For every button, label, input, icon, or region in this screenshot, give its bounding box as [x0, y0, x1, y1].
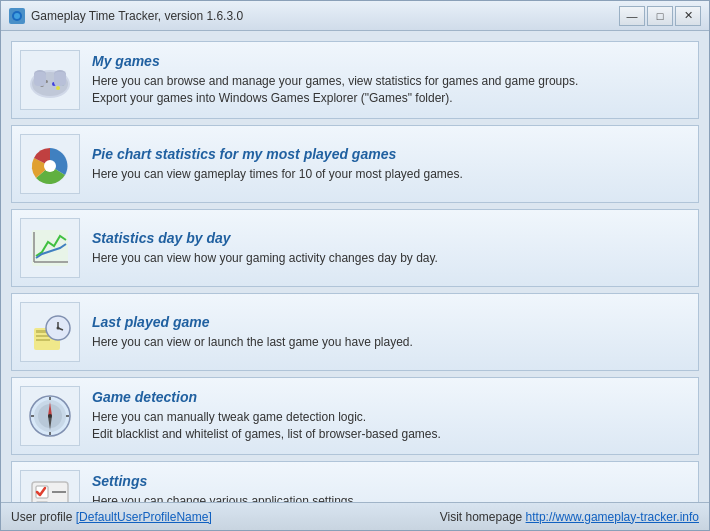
user-profile-label: User profile [11, 510, 72, 524]
stats-day-text: Statistics day by day Here you can view … [92, 230, 690, 267]
my-games-title: My games [92, 53, 690, 69]
svg-point-26 [57, 327, 60, 330]
my-games-text: My games Here you can browse and manage … [92, 53, 690, 107]
pie-chart-text: Pie chart statistics for my most played … [92, 146, 690, 183]
menu-item-last-played[interactable]: Last played game Here you can view or la… [11, 293, 699, 371]
game-detection-text: Game detection Here you can manually twe… [92, 389, 690, 443]
menu-item-pie-chart[interactable]: Pie chart statistics for my most played … [11, 125, 699, 203]
maximize-button[interactable]: □ [647, 6, 673, 26]
main-window: Gameplay Time Tracker, version 1.6.3.0 —… [0, 0, 710, 531]
title-bar: Gameplay Time Tracker, version 1.6.3.0 —… [1, 1, 709, 31]
my-games-desc: Here you can browse and manage your game… [92, 73, 690, 107]
main-content: My games Here you can browse and manage … [1, 31, 709, 502]
last-played-text: Last played game Here you can view or la… [92, 314, 690, 351]
clock-icon [26, 308, 74, 356]
my-games-icon-box [20, 50, 80, 110]
svg-rect-13 [54, 72, 66, 86]
svg-rect-12 [34, 72, 46, 86]
gamepad-icon [26, 56, 74, 104]
status-left: User profile [DefaultUserProfileName] [11, 510, 440, 524]
stats-day-desc: Here you can view how your gaming activi… [92, 250, 690, 267]
homepage-url[interactable]: http://www.gameplay-tracker.info [526, 510, 699, 524]
settings-text: Settings Here you can change various app… [92, 473, 690, 502]
settings-desc: Here you can change various application … [92, 493, 690, 502]
stats-day-title: Statistics day by day [92, 230, 690, 246]
last-played-title: Last played game [92, 314, 690, 330]
svg-point-15 [44, 160, 56, 172]
menu-item-stats-day[interactable]: Statistics day by day Here you can view … [11, 209, 699, 287]
game-detection-title: Game detection [92, 389, 690, 405]
app-icon [9, 8, 25, 24]
game-detection-desc: Here you can manually tweak game detecti… [92, 409, 690, 443]
menu-item-game-detection[interactable]: Game detection Here you can manually twe… [11, 377, 699, 455]
pie-chart-title: Pie chart statistics for my most played … [92, 146, 690, 162]
svg-point-8 [56, 86, 60, 90]
game-detection-icon-box [20, 386, 80, 446]
window-title: Gameplay Time Tracker, version 1.6.3.0 [31, 9, 619, 23]
minimize-button[interactable]: — [619, 6, 645, 26]
menu-item-my-games[interactable]: My games Here you can browse and manage … [11, 41, 699, 119]
svg-rect-22 [36, 339, 50, 341]
last-played-desc: Here you can view or launch the last gam… [92, 334, 690, 351]
status-right: Visit homepage http://www.gameplay-track… [440, 510, 699, 524]
pie-chart-icon-box [20, 134, 80, 194]
settings-icon-box [20, 470, 80, 502]
stats-day-icon-box [20, 218, 80, 278]
last-played-icon-box [20, 302, 80, 362]
close-button[interactable]: ✕ [675, 6, 701, 26]
svg-point-1 [14, 13, 20, 19]
svg-rect-16 [32, 230, 68, 266]
linechart-icon [26, 224, 74, 272]
status-bar: User profile [DefaultUserProfileName] Vi… [1, 502, 709, 530]
settings-checkbox-icon [26, 476, 74, 502]
settings-title: Settings [92, 473, 690, 489]
visit-label: Visit homepage [440, 510, 523, 524]
svg-point-32 [48, 414, 52, 418]
compass-icon [26, 392, 74, 440]
piechart-icon [26, 140, 74, 188]
menu-item-settings[interactable]: Settings Here you can change various app… [11, 461, 699, 502]
user-profile-value[interactable]: [DefaultUserProfileName] [76, 510, 212, 524]
pie-chart-desc: Here you can view gameplay times for 10 … [92, 166, 690, 183]
window-controls: — □ ✕ [619, 6, 701, 26]
